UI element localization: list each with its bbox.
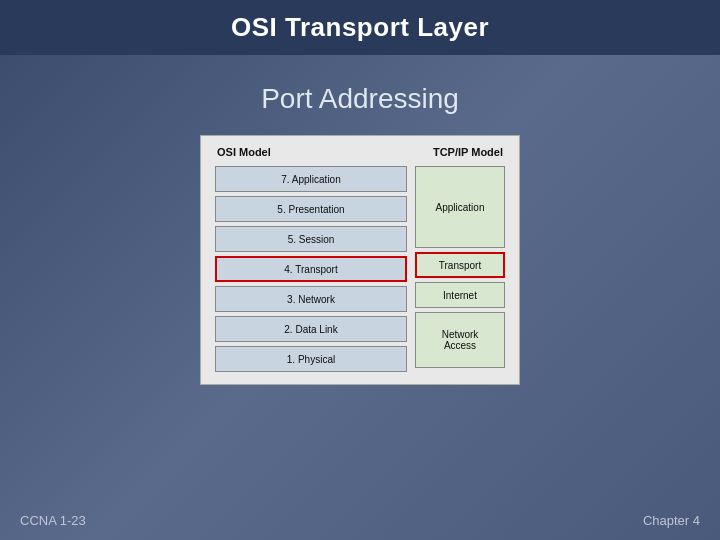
tcpip-network-access: NetworkAccess	[415, 312, 505, 368]
osi-model-label: OSI Model	[217, 146, 271, 158]
tcpip-column: Application Transport Internet NetworkAc…	[415, 166, 505, 372]
footer-left: CCNA 1-23	[20, 513, 86, 528]
footer-right: Chapter 4	[643, 513, 700, 528]
title-bar: OSI Transport Layer	[0, 0, 720, 55]
osi-layer-4: 4. Transport	[215, 256, 407, 282]
slide-subtitle: Port Addressing	[0, 83, 720, 115]
tcpip-application: Application	[415, 166, 505, 248]
diagram-body: 7. Application 5. Presentation 5. Sessio…	[215, 166, 505, 372]
tcpip-transport: Transport	[415, 252, 505, 278]
diagram-container: OSI Model TCP/IP Model 7. Application 5.…	[0, 135, 720, 385]
slide: OSI Transport Layer Port Addressing OSI …	[0, 0, 720, 540]
tcpip-internet: Internet	[415, 282, 505, 308]
osi-layer-6: 5. Presentation	[215, 196, 407, 222]
diagram-header: OSI Model TCP/IP Model	[215, 146, 505, 158]
osi-layer-1: 1. Physical	[215, 346, 407, 372]
osi-layer-2: 2. Data Link	[215, 316, 407, 342]
osi-layer-5: 5. Session	[215, 226, 407, 252]
osi-diagram: OSI Model TCP/IP Model 7. Application 5.…	[200, 135, 520, 385]
slide-title: OSI Transport Layer	[20, 12, 700, 43]
osi-column: 7. Application 5. Presentation 5. Sessio…	[215, 166, 407, 372]
osi-layer-7: 7. Application	[215, 166, 407, 192]
tcpip-model-label: TCP/IP Model	[433, 146, 503, 158]
footer: CCNA 1-23 Chapter 4	[20, 513, 700, 528]
subtitle-section: Port Addressing	[0, 83, 720, 115]
osi-layer-3: 3. Network	[215, 286, 407, 312]
